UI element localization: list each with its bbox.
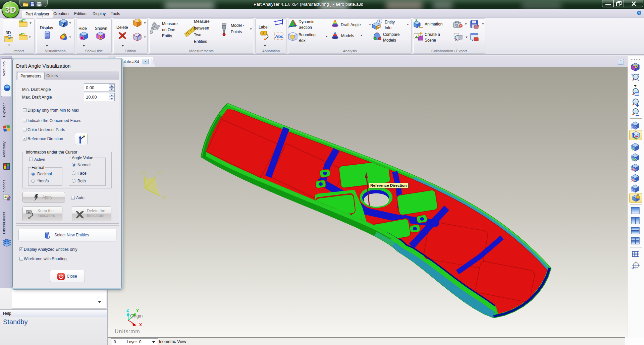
svg-text:A: A [262, 32, 265, 35]
svg-text:Z+: Z+ [631, 125, 637, 130]
svg-text:Z-: Z- [631, 188, 635, 193]
svg-text:X-: X- [631, 178, 636, 182]
svg-text:OY: OY [157, 171, 162, 175]
svg-text:X: X [139, 323, 142, 327]
svg-text:Y-: Y- [631, 147, 635, 151]
svg-text:OX: OX [162, 195, 167, 199]
svg-text:OZ: OZ [142, 171, 146, 175]
svg-text:Y+: Y+ [631, 157, 637, 162]
svg-text:D: D [632, 266, 634, 270]
svg-text:X+: X+ [631, 167, 637, 172]
svg-text:Y: Y [136, 308, 139, 313]
svg-text:A: A [28, 211, 30, 214]
svg-text:Origin: Origin [130, 313, 143, 319]
svg-text:i: i [379, 19, 380, 23]
svg-text:Abc: Abc [275, 34, 283, 39]
svg-text:Z: Z [126, 308, 129, 313]
